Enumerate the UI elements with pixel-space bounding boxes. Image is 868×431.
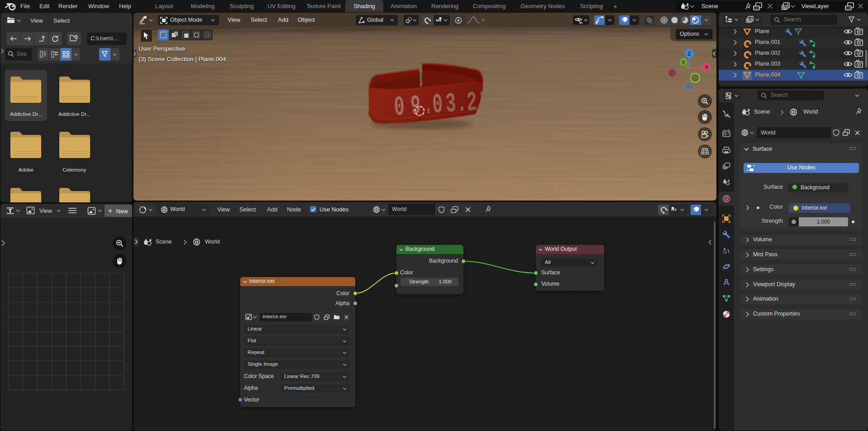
svg-text:Z: Z	[687, 51, 691, 57]
svg-text:X: X	[705, 64, 708, 70]
svg-text:Y: Y	[682, 60, 685, 65]
